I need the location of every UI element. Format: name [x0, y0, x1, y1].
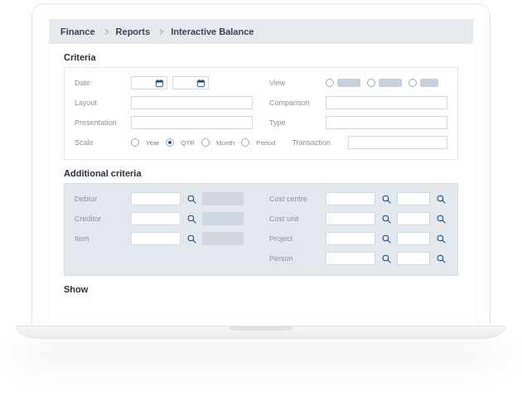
- svg-point-28: [437, 255, 443, 261]
- transaction-input[interactable]: [348, 136, 447, 149]
- search-icon[interactable]: [435, 233, 447, 244]
- search-icon[interactable]: [380, 213, 392, 224]
- label-person: Person: [269, 254, 321, 263]
- search-icon[interactable]: [380, 193, 392, 205]
- item-input[interactable]: [131, 232, 181, 245]
- calendar-icon[interactable]: [154, 78, 164, 88]
- scale-period-label: Period: [256, 139, 275, 147]
- screen: Finance Reports Interactive Balance Crit…: [49, 19, 473, 326]
- label-layout: Layout: [75, 99, 126, 107]
- label-view: View: [269, 79, 321, 87]
- search-icon[interactable]: [435, 193, 447, 205]
- svg-point-14: [188, 215, 194, 221]
- laptop-base: [17, 326, 505, 339]
- search-icon[interactable]: [186, 193, 197, 205]
- creditor-input[interactable]: [131, 212, 181, 225]
- view-option-1-radio[interactable]: [326, 79, 334, 87]
- view-option-3-label: [420, 79, 438, 87]
- label-debtor: Debtor: [75, 195, 126, 203]
- svg-point-12: [437, 196, 443, 201]
- scale-month-radio[interactable]: [201, 138, 210, 147]
- svg-line-15: [193, 220, 196, 223]
- scale-year-label: Year: [146, 139, 159, 147]
- search-icon[interactable]: [186, 233, 197, 244]
- scale-month-label: Month: [216, 139, 234, 147]
- crumb-finance[interactable]: Finance: [60, 27, 95, 36]
- svg-point-24: [437, 235, 443, 241]
- svg-line-25: [442, 240, 445, 243]
- svg-line-13: [442, 200, 445, 203]
- criteria-heading: Criteria: [64, 44, 458, 67]
- crumb-reports[interactable]: Reports: [116, 27, 151, 36]
- costcentre-input[interactable]: [326, 192, 375, 205]
- project-input[interactable]: [326, 232, 375, 245]
- svg-point-16: [383, 215, 389, 221]
- svg-line-29: [442, 260, 445, 263]
- scale-qtr-radio[interactable]: [166, 138, 174, 147]
- criteria-section: Criteria Date: [49, 44, 473, 160]
- debtor-input[interactable]: [131, 192, 181, 205]
- person-input[interactable]: [326, 252, 375, 265]
- label-comparison: Comparison: [269, 99, 321, 107]
- label-scale: Scale: [75, 138, 126, 147]
- search-icon[interactable]: [435, 213, 447, 224]
- person-display: [397, 252, 430, 265]
- chevron-right-icon: [103, 28, 109, 34]
- additional-heading: Additional criteria: [64, 160, 458, 183]
- costunit-input[interactable]: [326, 212, 375, 225]
- creditor-display: [202, 212, 244, 225]
- svg-rect-5: [197, 80, 204, 82]
- chevron-right-icon: [157, 28, 163, 34]
- svg-point-26: [383, 255, 389, 261]
- search-icon[interactable]: [186, 213, 197, 224]
- svg-line-23: [388, 240, 390, 243]
- label-costunit: Cost unit: [269, 215, 321, 223]
- search-icon[interactable]: [435, 253, 447, 264]
- search-icon[interactable]: [380, 233, 392, 244]
- view-radio-group: [326, 79, 447, 87]
- scale-radio-group: Year QTR Month Period: [131, 138, 275, 147]
- svg-point-20: [188, 235, 194, 241]
- svg-line-11: [388, 200, 390, 203]
- show-heading: Show: [64, 276, 458, 299]
- label-presentation: Presentation: [75, 118, 126, 127]
- label-creditor: Creditor: [75, 215, 126, 223]
- scale-period-radio[interactable]: [241, 138, 249, 147]
- type-input[interactable]: [326, 116, 447, 129]
- laptop-frame: Finance Reports Interactive Balance Crit…: [31, 3, 491, 326]
- breadcrumb: Finance Reports Interactive Balance: [49, 19, 473, 44]
- search-icon[interactable]: [380, 253, 392, 264]
- view-option-1-label: [337, 79, 360, 87]
- view-option-3-radio[interactable]: [408, 79, 417, 87]
- show-section: Show: [49, 276, 473, 299]
- crumb-current: Interactive Balance: [171, 27, 254, 36]
- svg-point-18: [437, 215, 443, 221]
- criteria-panel: Date View: [64, 67, 458, 160]
- view-option-2-radio[interactable]: [367, 79, 375, 87]
- comparison-input[interactable]: [326, 96, 447, 109]
- additional-panel: Debtor Cost centre Cre: [64, 183, 458, 276]
- svg-point-8: [188, 196, 194, 201]
- label-type: Type: [269, 118, 321, 127]
- label-project: Project: [269, 234, 321, 243]
- svg-line-17: [388, 220, 390, 223]
- svg-line-9: [193, 200, 196, 203]
- svg-rect-1: [156, 80, 162, 82]
- project-display: [397, 232, 430, 245]
- label-transaction: Transaction: [292, 138, 343, 147]
- svg-point-22: [383, 235, 389, 241]
- layout-input[interactable]: [131, 96, 253, 109]
- presentation-input[interactable]: [131, 116, 253, 129]
- scale-qtr-label: QTR: [181, 139, 195, 147]
- svg-point-10: [383, 196, 389, 201]
- item-display: [202, 232, 244, 245]
- costunit-display: [397, 212, 430, 225]
- svg-line-21: [193, 240, 196, 243]
- additional-section: Additional criteria Debtor Cost centre: [49, 160, 473, 276]
- calendar-icon[interactable]: [196, 78, 205, 88]
- scale-year-radio[interactable]: [131, 138, 139, 147]
- label-date: Date: [75, 79, 126, 87]
- svg-line-19: [442, 220, 445, 223]
- debtor-display: [202, 192, 244, 205]
- label-costcentre: Cost centre: [269, 195, 321, 203]
